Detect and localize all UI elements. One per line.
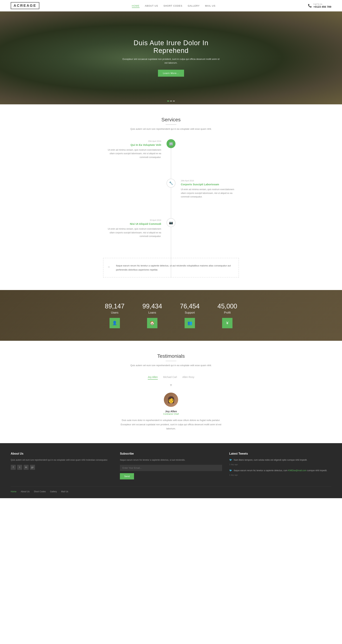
hero-subtitle: Excepteur sint occaecat cupidatat non pr…	[121, 57, 221, 65]
footer-bottom-gallery[interactable]: Gallery	[50, 490, 57, 493]
testimonial-tab-michael[interactable]: Michael Carl	[163, 376, 177, 380]
timeline-icon-3: 📷	[166, 218, 176, 227]
avatar-icon: 👩	[167, 396, 175, 404]
timeline-icon-2: 🔧	[166, 179, 176, 188]
tweet-item-1: 🐦 Nam libero tempore, cum soluta nobis e…	[229, 458, 331, 466]
tweet-text-2: 🐦 Itaque earum rerum hic tenetur a sapie…	[229, 469, 331, 472]
footer-bottom-links: Home About Us Short Codes Gallery Mail U…	[11, 490, 331, 493]
hero-dot-3[interactable]	[173, 100, 175, 102]
tweet-time-2: 1 day ago	[229, 474, 238, 476]
timeline-heading-3: Nisi Ut Aliquid Commodi	[103, 222, 161, 225]
stat-profit: 45,000 Profit ¥	[218, 302, 237, 328]
timeline-content-2: 28th April 2016 Corporis Suscipit Labori…	[181, 180, 239, 198]
footer-subscribe-text: Itaque earum rerum hic tenetur a sapient…	[120, 458, 222, 462]
nav-about[interactable]: ABOUT US	[145, 4, 158, 7]
footer: About Us Quis autem vel eum iure reprehe…	[0, 443, 342, 498]
footer-subscribe-col: Subscribe Itaque earum rerum hic tenetur…	[120, 452, 222, 479]
footer-send-button[interactable]: Send	[120, 473, 134, 480]
navbar: ACREAGE HOME ABOUT US SHORT CODES GALLER…	[0, 0, 342, 12]
testimonial-tab-allen[interactable]: Allen Rosy	[182, 376, 194, 380]
footer-twitter-btn[interactable]: t	[17, 465, 22, 470]
services-subtitle: Quis autem vel eum iure reprehenderit qu…	[126, 128, 216, 130]
phone-number: +0123 456 789	[313, 5, 331, 8]
testimonials-section: Testimonials Quis autem vel eum iure rep…	[0, 341, 342, 443]
stat-support-label: Support	[180, 311, 200, 314]
nav-mail[interactable]: MAIL US	[205, 4, 216, 7]
timeline-date-3: 30 April 2016	[103, 219, 161, 221]
footer-subscribe-title: Subscribe	[120, 452, 222, 455]
footer-bottom-home[interactable]: Home	[11, 490, 16, 493]
stat-profit-label: Profit	[218, 311, 237, 314]
timeline-text-2: Ut enim ad minima veniam, quis nostrum e…	[181, 188, 239, 198]
stat-users-icon: 👤	[110, 318, 120, 328]
nav-home[interactable]: HOME	[132, 4, 140, 8]
timeline-icon-1: 🏢	[166, 139, 176, 148]
footer-linkedin-btn[interactable]: in	[24, 465, 28, 470]
footer-about-col: About Us Quis autem vel eum iure reprehe…	[11, 452, 113, 479]
stats-section: 89,147 Users 👤 99,434 Loans 🏠 76,454 Sup…	[0, 290, 342, 341]
stat-support-number: 76,454	[180, 302, 200, 310]
footer-tweets-col: Latest Tweets 🐦 Nam libero tempore, cum …	[229, 452, 331, 479]
services-title: Services	[11, 117, 331, 122]
footer-bottom: Home About Us Short Codes Gallery Mail U…	[11, 486, 331, 493]
services-timeline: 25th April 2016 Qui In Ea Voluptate Veli…	[103, 139, 239, 278]
tweet-link[interactable]: KWElse@mail.com	[288, 469, 306, 472]
footer-bottom-shortcodes[interactable]: Short Codes	[34, 490, 46, 493]
stat-loans-label: Loans	[142, 311, 162, 314]
tweet-icon-1: 🐦	[229, 458, 232, 461]
testimonial-role: Contractor Chief	[119, 413, 223, 415]
footer-tweets-title: Latest Tweets	[229, 452, 331, 455]
stat-loans-icon: 🏠	[147, 318, 158, 328]
timeline-content-3: 30 April 2016 Nisi Ut Aliquid Commodi Ut…	[103, 219, 161, 238]
timeline-heading-1: Qui In Ea Voluptate Velit	[103, 143, 161, 146]
stat-support: 76,454 Support 👥	[180, 302, 200, 328]
stat-profit-icon: ¥	[222, 318, 232, 328]
timeline-text-1: Ut enim ad minima veniam, quis nostrum e…	[103, 148, 161, 159]
timeline-item-3: 30 April 2016 Nisi Ut Aliquid Commodi Ut…	[103, 218, 239, 238]
learn-more-button[interactable]: Learn More...	[158, 70, 184, 77]
nav-shortcodes[interactable]: SHORT CODES	[164, 4, 182, 7]
testimonials-subtitle: Quis autem vel eum iure reprehenderit qu…	[126, 364, 216, 367]
nav-gallery[interactable]: GALLERY	[188, 4, 200, 7]
timeline-date-1: 25th April 2016	[103, 140, 161, 142]
logo: ACREAGE	[11, 2, 39, 9]
testimonial-tab-joy[interactable]: Joy Allen	[148, 376, 158, 380]
testimonial-arrow: ▼	[11, 383, 331, 387]
tweet-icon-2: 🐦	[229, 469, 232, 472]
hero-dot-1[interactable]	[167, 100, 169, 102]
footer-bottom-mail[interactable]: Mail Us	[61, 490, 68, 493]
stat-loans: 99,434 Loans 🏠	[142, 302, 162, 328]
footer-bottom-about[interactable]: About Us	[21, 490, 30, 493]
footer-email-input[interactable]	[120, 465, 222, 471]
phone-icon: 📞	[308, 4, 312, 8]
testimonial-tabs: Joy Allen Michael Carl Allen Rosy	[11, 376, 331, 380]
stats-grid: 89,147 Users 👤 99,434 Loans 🏠 76,454 Sup…	[11, 302, 331, 328]
footer-social: f t in g+	[11, 465, 113, 470]
footer-about-title: About Us	[11, 452, 113, 455]
hero-dots	[167, 100, 175, 102]
stat-profit-number: 45,000	[218, 302, 237, 310]
testimonial-body: 👩 Joy Allen Contractor Chief Duis aute i…	[119, 392, 223, 431]
hero-section: Duis Aute Irure Dolor In Reprehend Excep…	[0, 12, 342, 104]
hero-content: Duis Aute Irure Dolor In Reprehend Excep…	[118, 36, 224, 80]
quote-icon: “	[108, 263, 110, 274]
footer-grid: About Us Quis autem vel eum iure reprehe…	[11, 452, 331, 479]
testimonials-divider	[166, 361, 176, 361]
footer-gplus-btn[interactable]: g+	[30, 465, 35, 470]
nav-phone: 📞 Call To Us +0123 456 789	[308, 3, 331, 8]
footer-about-text: Quis autem vel eum iure reprehenderit qu…	[11, 458, 113, 462]
nav-links: HOME ABOUT US SHORT CODES GALLERY MAIL U…	[132, 4, 216, 7]
services-divider	[166, 124, 176, 125]
hero-dot-2[interactable]	[170, 100, 172, 102]
quote-text: Itaque earum rerum hic tenetur a sapient…	[116, 264, 233, 272]
timeline-content-1: 25th April 2016 Qui In Ea Voluptate Veli…	[103, 140, 161, 159]
testimonial-name: Joy Allen	[119, 410, 223, 413]
footer-facebook-btn[interactable]: f	[11, 465, 16, 470]
timeline-heading-2: Corporis Suscipit Laboriosam	[181, 183, 239, 186]
tweet-time-1: 1 day ago	[229, 463, 238, 466]
services-section: Services Quis autem vel eum iure reprehe…	[0, 104, 342, 290]
testimonial-text: Duis aute irure dolor in reprehenderit i…	[119, 418, 223, 431]
timeline-item-2: 28th April 2016 Corporis Suscipit Labori…	[103, 179, 239, 198]
phone-label: Call To Us	[313, 3, 331, 5]
quote-box: “ Itaque earum rerum hic tenetur a sapie…	[103, 258, 239, 278]
